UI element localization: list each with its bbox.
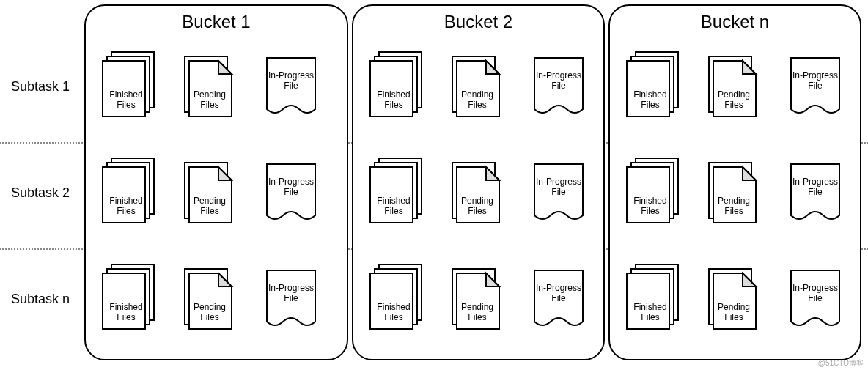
svg-text:Files: Files xyxy=(641,100,659,110)
pending-files-icon: PendingFiles xyxy=(185,56,232,116)
svg-text:In-Progress: In-Progress xyxy=(792,70,838,81)
svg-text:Files: Files xyxy=(724,206,743,216)
row-label-1: Subtask 1 xyxy=(0,79,81,95)
bucket-title-n: Bucket n xyxy=(610,12,860,32)
pending-files-icon: PendingFiles xyxy=(452,163,499,223)
in-progress-file-icon: In-ProgressFile xyxy=(791,58,839,113)
cell-b1-r3: FinishedFilesPendingFilesIn-ProgressFile xyxy=(88,253,345,341)
in-progress-file-icon: In-ProgressFile xyxy=(534,58,583,113)
pending-files-icon: PendingFiles xyxy=(185,163,232,223)
svg-text:Finished: Finished xyxy=(377,89,410,100)
diagram-stage: Subtask 1 Subtask 2 Subtask n Bucket 1 B… xyxy=(0,0,868,370)
pending-files-icon: PendingFiles xyxy=(709,269,756,329)
svg-text:Finished: Finished xyxy=(633,302,666,312)
svg-text:Files: Files xyxy=(468,100,486,110)
finished-files-icon: FinishedFiles xyxy=(627,264,678,329)
svg-text:File: File xyxy=(551,187,566,197)
svg-text:Files: Files xyxy=(117,206,135,216)
svg-text:Files: Files xyxy=(641,312,659,322)
svg-text:Files: Files xyxy=(468,312,486,322)
svg-text:Files: Files xyxy=(117,100,135,110)
svg-text:Files: Files xyxy=(384,312,402,322)
pending-files-icon: PendingFiles xyxy=(452,269,499,329)
svg-text:In-Progress: In-Progress xyxy=(268,283,314,293)
svg-text:Files: Files xyxy=(724,100,743,110)
svg-text:Pending: Pending xyxy=(194,302,226,312)
in-progress-file-icon: In-ProgressFile xyxy=(267,164,315,219)
svg-text:File: File xyxy=(808,293,823,303)
svg-text:Pending: Pending xyxy=(718,302,750,312)
svg-text:Pending: Pending xyxy=(194,89,226,100)
svg-text:File: File xyxy=(808,81,823,91)
svg-text:File: File xyxy=(551,293,566,303)
finished-files-icon: FinishedFiles xyxy=(370,158,422,223)
svg-text:Finished: Finished xyxy=(633,89,666,100)
svg-text:Pending: Pending xyxy=(718,196,750,206)
svg-text:Files: Files xyxy=(724,312,743,322)
svg-text:Finished: Finished xyxy=(377,302,410,312)
svg-text:File: File xyxy=(284,187,298,197)
svg-text:Pending: Pending xyxy=(718,89,750,100)
in-progress-file-icon: In-ProgressFile xyxy=(791,270,839,325)
svg-text:Files: Files xyxy=(384,100,402,110)
svg-text:Finished: Finished xyxy=(377,196,410,206)
cell-bn-r2: FinishedFilesPendingFilesIn-ProgressFile xyxy=(612,147,868,234)
finished-files-icon: FinishedFiles xyxy=(627,158,678,223)
svg-text:Finished: Finished xyxy=(109,196,142,206)
in-progress-file-icon: In-ProgressFile xyxy=(267,270,315,325)
row-label-3: Subtask n xyxy=(0,292,81,307)
pending-files-icon: PendingFiles xyxy=(185,269,232,329)
svg-text:Finished: Finished xyxy=(633,196,666,206)
in-progress-file-icon: In-ProgressFile xyxy=(534,270,583,325)
finished-files-icon: FinishedFiles xyxy=(103,158,154,223)
finished-files-icon: FinishedFiles xyxy=(370,52,422,116)
svg-text:In-Progress: In-Progress xyxy=(536,283,581,293)
svg-text:Pending: Pending xyxy=(461,196,493,206)
svg-text:File: File xyxy=(284,293,298,303)
pending-files-icon: PendingFiles xyxy=(452,56,499,116)
bucket-title-2: Bucket 2 xyxy=(353,12,603,32)
svg-text:Files: Files xyxy=(641,206,659,216)
cell-bn-r1: FinishedFilesPendingFilesIn-ProgressFile xyxy=(612,40,868,128)
cell-b1-r2: FinishedFilesPendingFilesIn-ProgressFile xyxy=(88,147,345,234)
cell-b2-r2: FinishedFilesPendingFilesIn-ProgressFile xyxy=(356,147,612,234)
svg-text:File: File xyxy=(284,81,298,91)
pending-files-icon: PendingFiles xyxy=(709,163,756,223)
cell-b2-r3: FinishedFilesPendingFilesIn-ProgressFile xyxy=(356,253,612,341)
svg-text:In-Progress: In-Progress xyxy=(536,70,581,81)
finished-files-icon: FinishedFiles xyxy=(103,52,154,116)
svg-text:In-Progress: In-Progress xyxy=(792,177,838,187)
in-progress-file-icon: In-ProgressFile xyxy=(267,58,315,113)
svg-text:Files: Files xyxy=(117,312,135,322)
svg-text:Finished: Finished xyxy=(109,89,142,100)
svg-text:Files: Files xyxy=(200,100,218,110)
svg-text:Pending: Pending xyxy=(194,196,226,206)
pending-files-icon: PendingFiles xyxy=(709,56,756,116)
row-label-2: Subtask 2 xyxy=(0,185,81,201)
watermark: @51CTO博客 xyxy=(818,358,864,369)
svg-text:Files: Files xyxy=(200,206,218,216)
svg-text:Pending: Pending xyxy=(461,89,493,100)
cell-b1-r1: FinishedFilesPendingFilesIn-ProgressFile xyxy=(88,40,345,128)
svg-text:In-Progress: In-Progress xyxy=(536,177,581,187)
bucket-title-1: Bucket 1 xyxy=(86,12,347,32)
cell-bn-r3: FinishedFilesPendingFilesIn-ProgressFile xyxy=(612,253,868,341)
cell-b2-r1: FinishedFilesPendingFilesIn-ProgressFile xyxy=(356,40,612,128)
svg-text:In-Progress: In-Progress xyxy=(268,177,314,187)
svg-text:Files: Files xyxy=(200,312,218,322)
svg-text:File: File xyxy=(551,81,566,91)
svg-text:In-Progress: In-Progress xyxy=(792,283,838,293)
svg-text:Files: Files xyxy=(384,206,402,216)
svg-text:Finished: Finished xyxy=(109,302,142,312)
finished-files-icon: FinishedFiles xyxy=(627,52,678,116)
svg-text:Pending: Pending xyxy=(461,302,493,312)
finished-files-icon: FinishedFiles xyxy=(103,264,154,329)
in-progress-file-icon: In-ProgressFile xyxy=(534,164,583,219)
finished-files-icon: FinishedFiles xyxy=(370,264,422,329)
in-progress-file-icon: In-ProgressFile xyxy=(791,164,839,219)
svg-text:Files: Files xyxy=(468,206,486,216)
svg-text:File: File xyxy=(808,187,823,197)
svg-text:In-Progress: In-Progress xyxy=(268,70,314,81)
